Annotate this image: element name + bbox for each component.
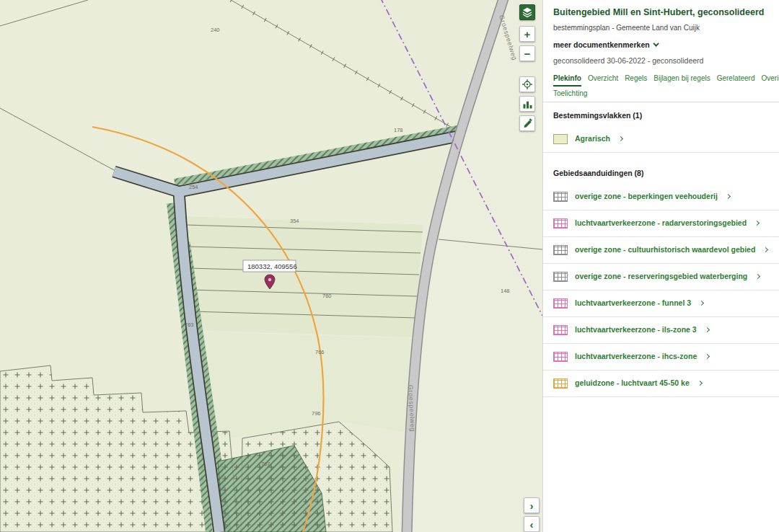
legend-grid-icon xyxy=(553,218,568,229)
chevron-right-icon xyxy=(618,136,623,141)
item-label: Agrarisch xyxy=(575,134,610,143)
plan-viewer-app: 240 178 254 354 760 763 766 796 148 767 … xyxy=(0,0,779,532)
minus-icon: − xyxy=(524,48,531,59)
item-label: geluidzone - luchtvaart 45-50 ke xyxy=(575,378,690,388)
more-document-details-link[interactable]: meer documentkenmerken xyxy=(553,40,659,49)
plan-title: Buitengebied Mill en Sint-Hubert, gecons… xyxy=(553,7,769,19)
gebiedsaanduidingen-header: Gebiedsaanduidingen (8) xyxy=(543,160,779,184)
chevron-right-icon xyxy=(754,221,760,226)
list-item-cultuurhistorisch-waardevol-gebied[interactable]: overige zone - cultuurhistorisch waardev… xyxy=(543,237,779,264)
svg-text:354: 354 xyxy=(290,218,299,224)
zoom-out-button[interactable]: − xyxy=(519,45,535,61)
svg-text:240: 240 xyxy=(211,27,220,33)
legend-grid-icon xyxy=(553,298,568,309)
tab-toelichting[interactable]: Toelichting xyxy=(553,87,587,102)
svg-text:760: 760 xyxy=(322,293,332,299)
info-panel: Buitengebied Mill en Sint-Hubert, gecons… xyxy=(542,0,779,532)
svg-text:766: 766 xyxy=(315,349,325,355)
svg-text:796: 796 xyxy=(312,410,321,417)
measure-icon xyxy=(522,99,533,110)
list-item-beperkingen-veehouderij[interactable]: overige zone - beperkingen veehouderij xyxy=(543,184,779,210)
tab-row-1: Plekinfo Overzicht Regels Bijlagen bij r… xyxy=(553,71,769,87)
plan-status-line: geconsolideerd 30-06-2022 - geconsolidee… xyxy=(553,56,769,65)
crosshair-icon xyxy=(521,79,533,90)
tab-bijlagen-bij-regels[interactable]: Bijlagen bij regels xyxy=(653,71,710,87)
item-label: overige zone - reserveringsgebied waterb… xyxy=(575,272,747,281)
chevron-right-icon xyxy=(726,194,731,199)
legend-grid-icon xyxy=(553,272,568,282)
tab-bar: Plekinfo Overzicht Regels Bijlagen bij r… xyxy=(543,71,779,102)
svg-text:763: 763 xyxy=(185,322,194,328)
chevron-down-icon xyxy=(653,40,659,46)
svg-text:180332, 409556: 180332, 409556 xyxy=(247,262,297,270)
item-label: luchtvaartverkeerzone - ils-zone 3 xyxy=(575,325,697,334)
tab-gerelateerd[interactable]: Gerelateerd xyxy=(717,71,755,87)
section-bestemmingsvlakken: Bestemmingsvlakken (1) Agrarisch xyxy=(543,102,779,153)
tab-overig[interactable]: Overig xyxy=(761,71,779,87)
locate-button[interactable] xyxy=(519,76,535,92)
list-item-agrarisch[interactable]: Agrarisch xyxy=(543,126,779,153)
chevron-right-icon xyxy=(755,274,760,279)
tab-row-2: Toelichting xyxy=(553,87,769,102)
plan-subtitle: bestemmingsplan - Gemeente Land van Cuij… xyxy=(553,24,769,32)
svg-text:767: 767 xyxy=(261,461,270,467)
coordinate-tooltip: 180332, 409556 xyxy=(243,260,297,272)
panel-header: Buitengebied Mill en Sint-Hubert, gecons… xyxy=(543,0,779,65)
list-item-ils-zone-3[interactable]: luchtvaartverkeerzone - ils-zone 3 xyxy=(543,317,779,344)
item-label: overige zone - cultuurhistorisch waardev… xyxy=(575,245,755,254)
panel-expand-button[interactable]: › xyxy=(524,497,540,513)
chevron-right-icon xyxy=(705,327,710,332)
list-item-funnel-3[interactable]: luchtvaartverkeerzone - funnel 3 xyxy=(543,291,779,317)
chevron-right-icon xyxy=(763,247,768,252)
pencil-icon xyxy=(522,118,533,129)
tab-overzicht[interactable]: Overzicht xyxy=(588,71,618,87)
list-item-geluidzone-luchtvaart[interactable]: geluidzone - luchtvaart 45-50 ke xyxy=(543,371,779,397)
agrarisch-legend-swatch xyxy=(553,134,568,144)
chevron-right-icon xyxy=(697,381,703,386)
svg-text:178: 178 xyxy=(394,127,403,133)
svg-text:148: 148 xyxy=(501,288,510,294)
panel-collapse-button[interactable]: ‹ xyxy=(524,516,540,532)
layers-button[interactable] xyxy=(519,4,535,20)
section-gebiedsaanduidingen: Gebiedsaanduidingen (8) overige zone - b… xyxy=(543,160,779,397)
list-item-reserveringsgebied-waterberging[interactable]: overige zone - reserveringsgebied waterb… xyxy=(543,264,779,291)
svg-text:254: 254 xyxy=(189,184,198,190)
item-label: luchtvaartverkeerzone - funnel 3 xyxy=(575,298,691,308)
item-label: luchtvaartverkeerzone - radarverstorings… xyxy=(575,218,747,228)
item-label: overige zone - beperkingen veehouderij xyxy=(575,192,718,201)
legend-grid-icon xyxy=(553,325,568,335)
zoom-in-button[interactable]: + xyxy=(519,26,535,42)
tab-plekinfo[interactable]: Plekinfo xyxy=(553,71,581,87)
map-image: 240 178 254 354 760 763 766 796 148 767 … xyxy=(0,0,542,532)
bestemmingsvlakken-header: Bestemmingsvlakken (1) xyxy=(543,102,779,126)
list-item-ihcs-zone[interactable]: luchtvaartverkeerzone - ihcs-zone xyxy=(543,344,779,371)
legend-grid-icon xyxy=(553,352,568,362)
plus-icon: + xyxy=(524,29,531,40)
layers-icon xyxy=(521,6,533,18)
tab-regels[interactable]: Regels xyxy=(625,71,647,87)
map-canvas[interactable]: 240 178 254 354 760 763 766 796 148 767 … xyxy=(0,0,542,532)
chevron-right-icon: › xyxy=(530,500,534,511)
chevron-left-icon: ‹ xyxy=(530,519,534,530)
draw-button[interactable] xyxy=(519,115,535,131)
measure-button[interactable] xyxy=(519,96,535,112)
chevron-right-icon xyxy=(705,354,710,359)
chevron-right-icon xyxy=(699,301,704,306)
legend-grid-icon xyxy=(553,192,568,202)
legend-grid-icon xyxy=(553,245,568,255)
more-link-label: meer documentkenmerken xyxy=(553,40,650,49)
list-item-radarverstoringsgebied[interactable]: luchtvaartverkeerzone - radarverstorings… xyxy=(543,210,779,237)
item-label: luchtvaartverkeerzone - ihcs-zone xyxy=(575,352,697,361)
section-spacer xyxy=(543,153,779,160)
legend-grid-icon xyxy=(553,378,568,389)
